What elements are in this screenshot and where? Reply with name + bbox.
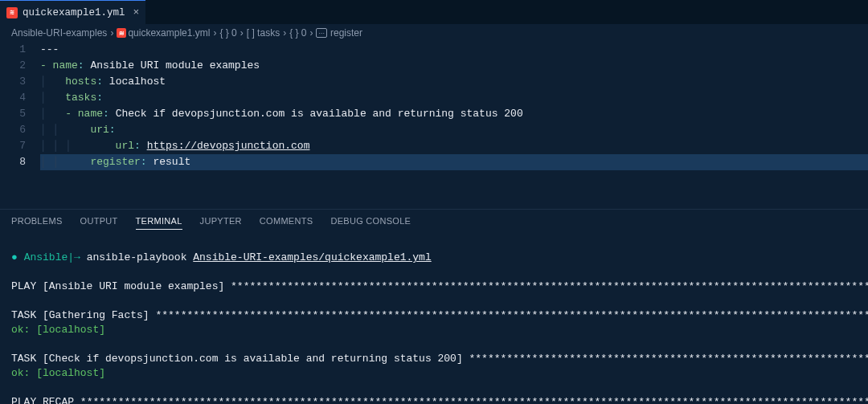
tab-comments[interactable]: COMMENTS xyxy=(260,216,313,230)
breadcrumb-register[interactable]: register xyxy=(330,27,362,39)
prompt-env: Ansible xyxy=(24,251,68,263)
braces-icon[interactable]: { } 0 xyxy=(289,27,306,39)
code-content[interactable]: --- - name: Ansible URI module examples … xyxy=(40,42,868,170)
breadcrumb-folder[interactable]: Ansible-URI-examples xyxy=(11,27,107,39)
tab-jupyter[interactable]: JUPYTER xyxy=(200,216,242,230)
chevron-icon: › xyxy=(213,27,216,39)
brackets-icon[interactable]: [ ] tasks xyxy=(247,27,280,39)
tab-problems[interactable]: PROBLEMS xyxy=(11,216,63,230)
chevron-icon: › xyxy=(309,27,313,39)
panel-tabs: PROBLEMS OUTPUT TERMINAL JUPYTER COMMENT… xyxy=(0,210,868,235)
task-result: ok: [localhost] xyxy=(11,324,105,336)
play-header: PLAY [Ansible URI module examples] xyxy=(11,280,231,292)
chevron-icon: › xyxy=(283,27,286,39)
tab-quickexample1[interactable]: ≋ quickexample1.yml × xyxy=(0,0,145,24)
terminal-output[interactable]: ● Ansible|→ ansible-playbook Ansible-URI… xyxy=(0,235,868,404)
task-header: TASK [Check if devopsjunction.com is ava… xyxy=(11,353,469,365)
yaml-icon: ≋ xyxy=(117,28,126,38)
tab-output[interactable]: OUTPUT xyxy=(80,216,118,230)
task-header: TASK [Gathering Facts] xyxy=(11,309,155,321)
line-gutter: 1 2 3 4 5 6 7 8 xyxy=(0,42,40,170)
tab-terminal[interactable]: TERMINAL xyxy=(136,216,182,230)
recap-header: PLAY RECAP xyxy=(11,396,80,404)
register-icon: ··· xyxy=(316,28,327,38)
tab-debug[interactable]: DEBUG CONSOLE xyxy=(330,216,411,230)
terminal-command: ansible-playbook xyxy=(87,251,194,263)
chevron-icon: › xyxy=(110,27,113,39)
task-result: ok: [localhost] xyxy=(11,367,105,379)
yaml-icon: ≋ xyxy=(6,7,18,18)
chevron-icon: › xyxy=(240,27,244,39)
code-editor[interactable]: 1 2 3 4 5 6 7 8 --- - name: Ansible URI … xyxy=(0,42,868,170)
breadcrumb-file[interactable]: quickexample1.yml xyxy=(128,27,210,39)
tab-bar: ≋ quickexample1.yml × xyxy=(0,0,868,24)
tab-filename: quickexample1.yml xyxy=(23,7,125,18)
braces-icon[interactable]: { } 0 xyxy=(219,27,236,39)
close-icon[interactable]: × xyxy=(133,6,140,18)
prompt-indicator: ● xyxy=(11,251,18,263)
breadcrumb[interactable]: Ansible-URI-examples › ≋ quickexample1.y… xyxy=(0,24,868,42)
